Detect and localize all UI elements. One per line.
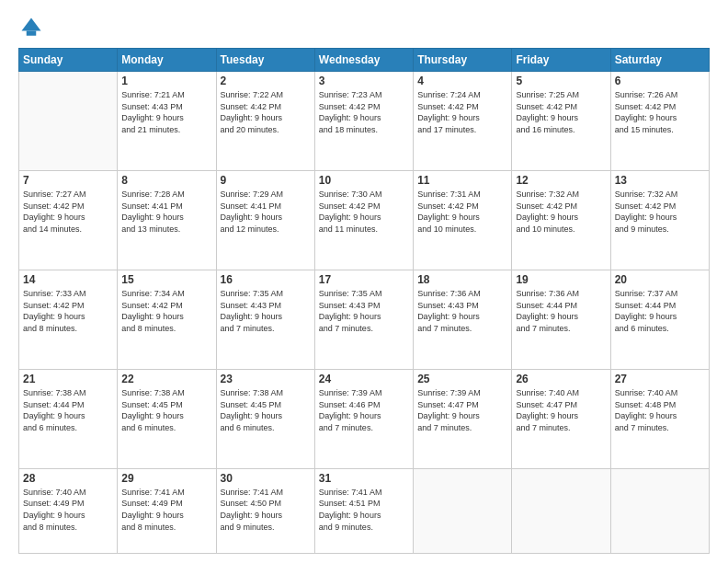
day-info: Sunrise: 7:31 AM Sunset: 4:42 PM Dayligh… [417,189,507,235]
calendar-day-cell: 15Sunrise: 7:34 AM Sunset: 4:42 PM Dayli… [118,270,216,369]
day-info: Sunrise: 7:36 AM Sunset: 4:44 PM Dayligh… [516,288,606,334]
day-number: 12 [516,174,606,187]
calendar-day-cell: 11Sunrise: 7:31 AM Sunset: 4:42 PM Dayli… [414,170,512,270]
weekday-header-thursday: Thursday [414,49,512,72]
day-number: 2 [221,75,311,87]
day-info: Sunrise: 7:27 AM Sunset: 4:42 PM Dayligh… [23,189,113,235]
day-info: Sunrise: 7:22 AM Sunset: 4:42 PM Dayligh… [221,89,311,135]
calendar-day-cell [512,468,610,553]
day-number: 30 [221,472,311,485]
day-number: 26 [516,373,606,385]
calendar-week-row: 1Sunrise: 7:21 AM Sunset: 4:43 PM Daylig… [19,72,710,171]
calendar-day-cell: 22Sunrise: 7:38 AM Sunset: 4:45 PM Dayli… [118,369,216,468]
weekday-header-sunday: Sunday [19,49,118,72]
day-number: 28 [23,472,113,485]
day-info: Sunrise: 7:24 AM Sunset: 4:42 PM Dayligh… [417,89,507,135]
day-info: Sunrise: 7:37 AM Sunset: 4:44 PM Dayligh… [615,288,705,334]
calendar-day-cell [414,468,512,553]
calendar-day-cell [610,468,709,553]
day-number: 8 [121,174,211,187]
day-info: Sunrise: 7:23 AM Sunset: 4:42 PM Dayligh… [319,89,409,135]
day-number: 9 [221,174,311,187]
calendar-day-cell: 8Sunrise: 7:28 AM Sunset: 4:41 PM Daylig… [118,170,216,270]
svg-marker-0 [22,18,41,31]
calendar-day-cell: 16Sunrise: 7:35 AM Sunset: 4:43 PM Dayli… [216,270,314,369]
calendar-week-row: 14Sunrise: 7:33 AM Sunset: 4:42 PM Dayli… [19,270,710,369]
page: SundayMondayTuesdayWednesdayThursdayFrid… [0,0,728,563]
day-info: Sunrise: 7:39 AM Sunset: 4:46 PM Dayligh… [319,387,409,433]
day-info: Sunrise: 7:41 AM Sunset: 4:50 PM Dayligh… [221,487,311,533]
day-number: 18 [417,273,507,286]
calendar-day-cell: 24Sunrise: 7:39 AM Sunset: 4:46 PM Dayli… [314,369,413,468]
day-number: 7 [23,174,113,187]
logo-icon [18,15,44,40]
day-info: Sunrise: 7:29 AM Sunset: 4:41 PM Dayligh… [221,189,311,235]
day-info: Sunrise: 7:35 AM Sunset: 4:43 PM Dayligh… [221,288,311,334]
calendar-day-cell: 17Sunrise: 7:35 AM Sunset: 4:43 PM Dayli… [314,270,413,369]
day-info: Sunrise: 7:32 AM Sunset: 4:42 PM Dayligh… [516,189,606,235]
day-info: Sunrise: 7:33 AM Sunset: 4:42 PM Dayligh… [23,288,113,334]
calendar-day-cell: 25Sunrise: 7:39 AM Sunset: 4:47 PM Dayli… [414,369,512,468]
day-info: Sunrise: 7:41 AM Sunset: 4:51 PM Dayligh… [319,487,409,533]
calendar-week-row: 21Sunrise: 7:38 AM Sunset: 4:44 PM Dayli… [19,369,710,468]
day-number: 25 [417,373,507,385]
calendar-day-cell: 5Sunrise: 7:25 AM Sunset: 4:42 PM Daylig… [512,72,610,171]
day-info: Sunrise: 7:39 AM Sunset: 4:47 PM Dayligh… [417,387,507,433]
day-info: Sunrise: 7:40 AM Sunset: 4:48 PM Dayligh… [615,387,705,433]
day-info: Sunrise: 7:36 AM Sunset: 4:43 PM Dayligh… [417,288,507,334]
calendar-day-cell: 2Sunrise: 7:22 AM Sunset: 4:42 PM Daylig… [216,72,314,171]
day-info: Sunrise: 7:21 AM Sunset: 4:43 PM Dayligh… [121,89,211,135]
day-info: Sunrise: 7:30 AM Sunset: 4:42 PM Dayligh… [319,189,409,235]
day-info: Sunrise: 7:25 AM Sunset: 4:42 PM Dayligh… [516,89,606,135]
day-info: Sunrise: 7:38 AM Sunset: 4:45 PM Dayligh… [221,387,311,433]
day-number: 23 [221,373,311,385]
day-number: 11 [417,174,507,187]
day-number: 27 [615,373,705,385]
calendar-day-cell: 29Sunrise: 7:41 AM Sunset: 4:49 PM Dayli… [118,468,216,553]
calendar-day-cell: 27Sunrise: 7:40 AM Sunset: 4:48 PM Dayli… [610,369,709,468]
day-info: Sunrise: 7:28 AM Sunset: 4:41 PM Dayligh… [121,189,211,235]
day-number: 5 [516,75,606,87]
day-number: 4 [417,75,507,87]
calendar-day-cell: 10Sunrise: 7:30 AM Sunset: 4:42 PM Dayli… [314,170,413,270]
calendar-day-cell: 9Sunrise: 7:29 AM Sunset: 4:41 PM Daylig… [216,170,314,270]
calendar-day-cell: 30Sunrise: 7:41 AM Sunset: 4:50 PM Dayli… [216,468,314,553]
calendar-table: SundayMondayTuesdayWednesdayThursdayFrid… [18,48,710,554]
calendar-week-row: 7Sunrise: 7:27 AM Sunset: 4:42 PM Daylig… [19,170,710,270]
day-number: 21 [23,373,113,385]
calendar-week-row: 28Sunrise: 7:40 AM Sunset: 4:49 PM Dayli… [19,468,710,553]
calendar-day-cell: 23Sunrise: 7:38 AM Sunset: 4:45 PM Dayli… [216,369,314,468]
weekday-header-row: SundayMondayTuesdayWednesdayThursdayFrid… [19,49,710,72]
day-number: 1 [121,75,211,87]
day-number: 13 [615,174,705,187]
logo [18,15,46,40]
day-number: 17 [319,273,409,286]
calendar-day-cell: 12Sunrise: 7:32 AM Sunset: 4:42 PM Dayli… [512,170,610,270]
day-info: Sunrise: 7:26 AM Sunset: 4:42 PM Dayligh… [615,89,705,135]
svg-rect-1 [27,31,37,36]
weekday-header-friday: Friday [512,49,610,72]
day-number: 15 [121,273,211,286]
weekday-header-tuesday: Tuesday [216,49,314,72]
day-info: Sunrise: 7:40 AM Sunset: 4:47 PM Dayligh… [516,387,606,433]
calendar-day-cell: 31Sunrise: 7:41 AM Sunset: 4:51 PM Dayli… [314,468,413,553]
header [18,15,710,40]
day-info: Sunrise: 7:34 AM Sunset: 4:42 PM Dayligh… [121,288,211,334]
calendar-day-cell: 1Sunrise: 7:21 AM Sunset: 4:43 PM Daylig… [118,72,216,171]
calendar-day-cell: 19Sunrise: 7:36 AM Sunset: 4:44 PM Dayli… [512,270,610,369]
day-number: 31 [319,472,409,485]
calendar-day-cell: 6Sunrise: 7:26 AM Sunset: 4:42 PM Daylig… [610,72,709,171]
weekday-header-monday: Monday [118,49,216,72]
calendar-day-cell [19,72,118,171]
calendar-day-cell: 26Sunrise: 7:40 AM Sunset: 4:47 PM Dayli… [512,369,610,468]
day-number: 29 [121,472,211,485]
day-info: Sunrise: 7:32 AM Sunset: 4:42 PM Dayligh… [615,189,705,235]
calendar-day-cell: 28Sunrise: 7:40 AM Sunset: 4:49 PM Dayli… [19,468,118,553]
calendar-day-cell: 3Sunrise: 7:23 AM Sunset: 4:42 PM Daylig… [314,72,413,171]
calendar-day-cell: 14Sunrise: 7:33 AM Sunset: 4:42 PM Dayli… [19,270,118,369]
day-number: 19 [516,273,606,286]
day-number: 3 [319,75,409,87]
day-info: Sunrise: 7:35 AM Sunset: 4:43 PM Dayligh… [319,288,409,334]
calendar-day-cell: 13Sunrise: 7:32 AM Sunset: 4:42 PM Dayli… [610,170,709,270]
day-info: Sunrise: 7:41 AM Sunset: 4:49 PM Dayligh… [121,487,211,533]
